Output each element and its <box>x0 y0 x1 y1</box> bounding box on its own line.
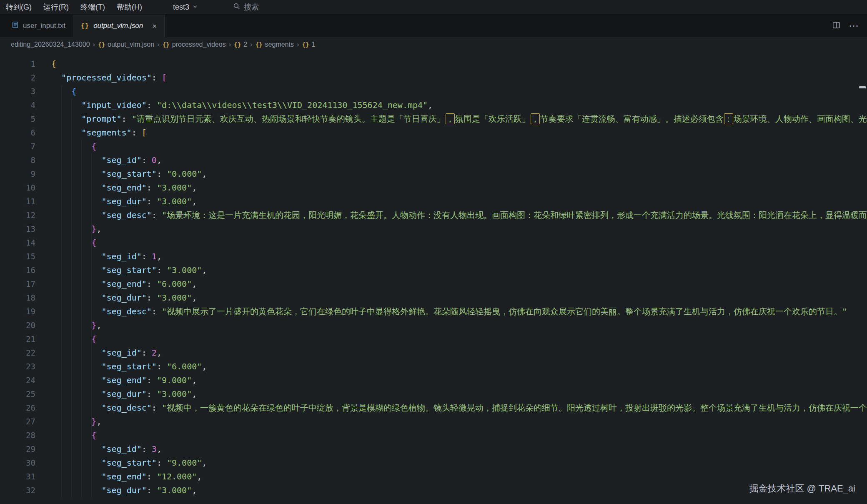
breadcrumb-item-output_vlm.json[interactable]: {}output_vlm.json <box>98 41 154 48</box>
line-content: "seg_start": "3.000", <box>51 263 867 277</box>
code-line-14[interactable]: 14 { <box>0 236 867 250</box>
json-file-icon: {} <box>81 22 89 30</box>
line-content: "seg_id": 1, <box>51 250 867 263</box>
code-line-27[interactable]: 27 }, <box>0 415 867 429</box>
line-number: 30 <box>0 456 51 470</box>
line-content: "seg_dur": "3.000", <box>51 195 867 208</box>
menu-help[interactable]: 帮助(H) <box>111 0 148 14</box>
line-number: 26 <box>0 401 51 415</box>
json-object-icon: {} <box>163 41 170 48</box>
line-number: 24 <box>0 374 51 387</box>
line-content: "seg_end": "9.000", <box>51 374 867 387</box>
breadcrumb-item-1[interactable]: {}1 <box>302 41 316 48</box>
code-line-22[interactable]: 22 "seg_id": 2, <box>0 346 867 360</box>
breadcrumb-item-segments[interactable]: {}segments <box>256 41 294 48</box>
code-line-13[interactable]: 13 }, <box>0 222 867 236</box>
line-content: "seg_dur": "3.000", <box>51 484 867 497</box>
breadcrumb-root[interactable]: editing_20260324_143000 <box>11 41 90 48</box>
menu-run[interactable]: 运行(R) <box>38 0 75 14</box>
line-content: "seg_dur": "3.000", <box>51 387 867 401</box>
code-line-23[interactable]: 23 "seg_start": "6.000", <box>0 360 867 374</box>
title-bar: 转到(G)运行(R)终端(T)帮助(H) test3 搜索 <box>0 0 867 15</box>
tab-label: user_input.txt <box>23 22 65 30</box>
code-line-17[interactable]: 17 "seg_end": "6.000", <box>0 277 867 291</box>
code-line-29[interactable]: 29 "seg_id": 3, <box>0 442 867 456</box>
code-line-10[interactable]: 10 "seg_end": "3.000", <box>0 181 867 195</box>
breadcrumb-separator: › <box>229 40 231 49</box>
txt-file-icon <box>12 21 19 30</box>
workspace-label: test3 <box>173 3 189 12</box>
json-object-icon: {} <box>302 41 309 48</box>
line-content: "seg_start": "0.000", <box>51 167 867 181</box>
code-line-26[interactable]: 26 "seg_desc": "视频中，一簇黄色的花朵在绿色的叶子中绽放，背景是… <box>0 401 867 415</box>
tab-output_vlm.json[interactable]: {}output_vlm.json× <box>73 15 165 37</box>
code-line-9[interactable]: 9 "seg_start": "0.000", <box>0 167 867 181</box>
line-number: 16 <box>0 263 51 277</box>
line-number: 17 <box>0 277 51 291</box>
line-content: "seg_start": "6.000", <box>51 360 867 374</box>
code-line-8[interactable]: 8 "seg_id": 0, <box>0 153 867 167</box>
code-line-30[interactable]: 30 "seg_start": "9.000", <box>0 456 867 470</box>
search-icon <box>233 3 240 12</box>
line-content: "seg_start": "9.000", <box>51 456 867 470</box>
line-number: 11 <box>0 195 51 208</box>
code-line-25[interactable]: 25 "seg_dur": "3.000", <box>0 387 867 401</box>
line-content: "segments": [ <box>51 126 867 140</box>
line-number: 22 <box>0 346 51 360</box>
code-line-6[interactable]: 6 "segments": [ <box>0 126 867 140</box>
breadcrumb-item-2[interactable]: {}2 <box>234 41 247 48</box>
line-content: "seg_id": 2, <box>51 346 867 360</box>
code-line-18[interactable]: 18 "seg_dur": "3.000", <box>0 291 867 305</box>
line-number: 32 <box>0 484 51 497</box>
line-content: "processed_videos": [ <box>51 71 867 85</box>
code-line-4[interactable]: 4 "input_video": "d:\\data\\videos\\test… <box>0 98 867 112</box>
split-editor-icon[interactable] <box>832 21 840 31</box>
code-line-28[interactable]: 28 { <box>0 429 867 442</box>
line-content: "seg_dur": "3.000", <box>51 291 867 305</box>
code-line-20[interactable]: 20 }, <box>0 318 867 332</box>
line-content: "seg_end": "3.000", <box>51 181 867 195</box>
line-number: 23 <box>0 360 51 374</box>
code-line-3[interactable]: 3 { <box>0 85 867 98</box>
editor[interactable]: 1{2 "processed_videos": [3 {4 "input_vid… <box>0 52 867 504</box>
search-placeholder: 搜索 <box>244 2 259 12</box>
breadcrumb-item-label: segments <box>265 41 294 48</box>
breadcrumb-item-processed_videos[interactable]: {}processed_videos <box>163 41 226 48</box>
line-content: "seg_desc": "场景环境：这是一片充满生机的花园，阳光明媚，花朵盛开。… <box>51 208 867 222</box>
menu-goto[interactable]: 转到(G) <box>0 0 38 14</box>
code-line-11[interactable]: 11 "seg_dur": "3.000", <box>0 195 867 208</box>
code-line-2[interactable]: 2 "processed_videos": [ <box>0 71 867 85</box>
line-content: "prompt": "请重点识别节日元素、欢庆互动、热闹场景和轻快节奏的镜头。主… <box>51 112 867 126</box>
global-search[interactable]: 搜索 <box>233 2 259 12</box>
code-line-24[interactable]: 24 "seg_end": "9.000", <box>0 374 867 387</box>
line-number: 9 <box>0 167 51 181</box>
code-line-5[interactable]: 5 "prompt": "请重点识别节日元素、欢庆互动、热闹场景和轻快节奏的镜头… <box>0 112 867 126</box>
code-line-7[interactable]: 7 { <box>0 140 867 153</box>
code-line-12[interactable]: 12 "seg_desc": "场景环境：这是一片充满生机的花园，阳光明媚，花朵… <box>0 208 867 222</box>
chevron-down-icon <box>192 3 198 12</box>
more-actions-icon[interactable]: ⋯ <box>849 21 859 31</box>
code-line-15[interactable]: 15 "seg_id": 1, <box>0 250 867 263</box>
code-line-1[interactable]: 1{ <box>0 57 867 71</box>
line-content: "seg_end": "6.000", <box>51 277 867 291</box>
line-number: 29 <box>0 442 51 456</box>
line-content: { <box>51 429 867 442</box>
menu-terminal[interactable]: 终端(T) <box>75 0 111 14</box>
watermark: 掘金技术社区 @ TRAE_ai <box>749 481 855 495</box>
code-line-16[interactable]: 16 "seg_start": "3.000", <box>0 263 867 277</box>
line-number: 15 <box>0 250 51 263</box>
code-line-32[interactable]: 32 "seg_dur": "3.000", <box>0 484 867 497</box>
code-line-31[interactable]: 31 "seg_end": "12.000", <box>0 470 867 484</box>
tab-close-icon[interactable]: × <box>152 22 157 30</box>
tab-label: output_vlm.json <box>93 22 143 30</box>
code-line-19[interactable]: 19 "seg_desc": "视频中展示了一片盛开的黄色花朵，它们在绿色的叶子… <box>0 305 867 318</box>
code-line-21[interactable]: 21 { <box>0 332 867 346</box>
line-content: "input_video": "d:\\data\\videos\\test3\… <box>51 98 867 112</box>
line-number: 28 <box>0 429 51 442</box>
workspace-selector[interactable]: test3 <box>173 3 198 12</box>
line-number: 4 <box>0 98 51 112</box>
menu-bar: 转到(G)运行(R)终端(T)帮助(H) <box>0 0 148 14</box>
line-number: 14 <box>0 236 51 250</box>
tab-user_input.txt[interactable]: user_input.txt <box>4 15 73 37</box>
line-number: 5 <box>0 112 51 126</box>
